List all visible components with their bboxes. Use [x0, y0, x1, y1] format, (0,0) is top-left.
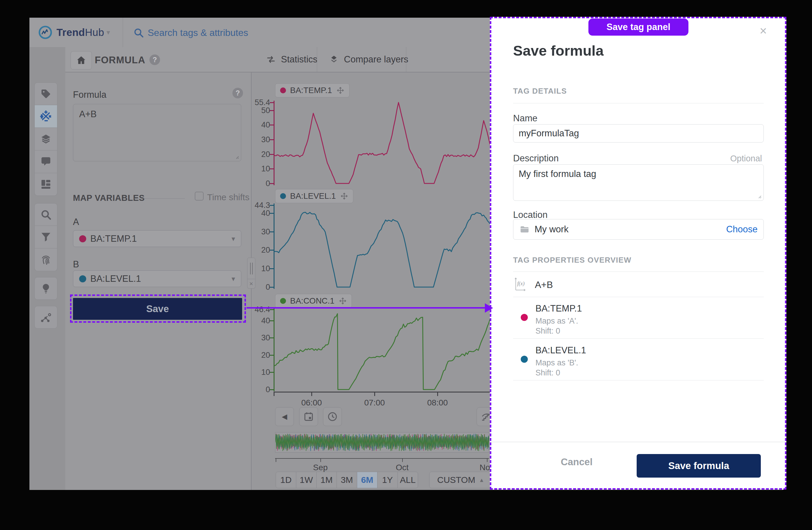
y-tick-label: 40 [248, 121, 270, 129]
range-button-1M[interactable]: 1M [317, 472, 337, 488]
tab-compare-layers-label: Compare layers [344, 54, 408, 65]
tab-compare-layers[interactable]: Compare layers [329, 47, 408, 72]
sidebar-item-recommendations[interactable] [34, 277, 57, 300]
range-button-1W[interactable]: 1W [296, 472, 317, 488]
formula-icon [40, 110, 52, 123]
move-icon[interactable] [336, 86, 345, 95]
trendhub-logo-icon [38, 25, 52, 40]
range-button-6M[interactable]: 6M [357, 472, 377, 488]
sidebar-item-fingerprint[interactable] [34, 249, 57, 271]
tag-name: BA:LEVEL.1 [535, 345, 586, 356]
legend-chip-BA:LEVEL.1[interactable]: BA:LEVEL.1 [275, 189, 353, 203]
pan-left-button[interactable]: ◀ [275, 407, 294, 426]
range-button-ALL[interactable]: ALL [398, 472, 418, 488]
tab-divider [406, 47, 406, 72]
legend-chip-BA:TEMP.1[interactable]: BA:TEMP.1 [275, 83, 349, 97]
resize-handle-icon[interactable] [757, 194, 762, 199]
y-tick-mark [270, 102, 274, 103]
trend-line-BA:CONC.1 [275, 309, 490, 390]
range-button-1D[interactable]: 1D [276, 472, 296, 488]
calendar-button[interactable] [299, 407, 318, 426]
location-label: Location [513, 210, 548, 220]
variable-b-select[interactable]: BA:LEVEL.1 ▾ [73, 270, 241, 287]
node-graph-icon [40, 311, 52, 323]
y-tick-label: 50 [248, 106, 270, 115]
move-icon[interactable] [340, 192, 348, 200]
y-tick-mark [270, 110, 274, 111]
formula-input[interactable]: A+B [73, 104, 241, 161]
sidebar-item-dashboard[interactable] [34, 173, 57, 196]
location-field[interactable]: My work Choose [513, 219, 764, 240]
time-range-group: 1D1W1M3M6M1YALL [276, 472, 418, 488]
name-value: myFormulaTag [519, 128, 579, 139]
month-tick [487, 458, 488, 462]
sidebar-item-search[interactable] [34, 203, 57, 226]
description-value: My first formula tag [519, 169, 596, 179]
range-button-1Y[interactable]: 1Y [377, 472, 398, 488]
sidebar-item-comments[interactable] [34, 151, 57, 173]
formula-field-label: Formula [73, 89, 106, 100]
choose-link[interactable]: Choose [726, 224, 757, 235]
x-tick-mark [274, 392, 275, 396]
trend-line-BA:LEVEL.1 [275, 205, 490, 287]
panel-title: Save formula [513, 42, 604, 59]
y-tick-mark [270, 287, 274, 288]
y-tick-mark [270, 389, 274, 390]
custom-range-button[interactable]: CUSTOM ▴ [430, 472, 491, 488]
move-icon[interactable] [339, 297, 347, 305]
formula-overview-row: f(x) A+B [513, 274, 553, 296]
y-tick-mark [270, 168, 274, 169]
sidebar-item-context[interactable] [34, 306, 57, 329]
variable-a-label: A [73, 217, 79, 227]
close-icon[interactable]: × [760, 25, 767, 37]
range-button-3M[interactable]: 3M [337, 472, 357, 488]
time-button[interactable] [323, 407, 342, 426]
section-properties: TAG PROPERTIES OVERVIEW [513, 255, 632, 265]
panel-annotation-badge: Save tag panel [589, 18, 688, 36]
home-button[interactable] [71, 51, 92, 69]
legend-label: BA:LEVEL.1 [290, 191, 336, 201]
chevron-down-icon: ▾ [232, 275, 235, 283]
sidebar-item-filter[interactable] [34, 226, 57, 249]
variable-a-value: BA:TEMP.1 [90, 234, 137, 244]
cancel-button[interactable]: Cancel [544, 456, 609, 468]
overview-strip[interactable] [275, 432, 489, 452]
sidebar-item-layers[interactable] [34, 128, 57, 151]
help-icon[interactable]: ? [149, 55, 160, 65]
tab-statistics[interactable]: Statistics [266, 47, 317, 72]
y-tick-label: 40 [248, 316, 270, 325]
resize-handle-icon[interactable] [234, 155, 239, 159]
svg-text:f(x): f(x) [517, 281, 525, 287]
app-switcher-caret-icon[interactable]: ▾ [106, 28, 110, 37]
formula-help-icon[interactable]: ? [232, 88, 243, 98]
footer-divider [491, 442, 785, 442]
y-tick-label: 10 [248, 164, 270, 173]
time-shifts-label: Time shifts [207, 192, 249, 202]
comment-icon [40, 156, 52, 168]
month-tick [276, 458, 276, 462]
tag-color-dot [79, 235, 86, 242]
variable-a-select[interactable]: BA:TEMP.1 ▾ [73, 230, 241, 247]
save-formula-panel: Save tag panel × Save formula TAG DETAIL… [490, 17, 786, 490]
tag-maps-as: Maps as 'A'. [535, 317, 578, 326]
home-icon [76, 55, 87, 66]
legend-chip-BA:CONC.1[interactable]: BA:CONC.1 [275, 294, 352, 308]
x-tick-mark [374, 392, 375, 396]
name-label: Name [513, 113, 537, 124]
month-label-Sep: Sep [304, 463, 336, 472]
divider [513, 271, 764, 272]
month-axis [275, 458, 489, 459]
description-field[interactable]: My first formula tag [513, 164, 764, 201]
month-tick [402, 458, 403, 462]
sidebar-item-tags[interactable] [34, 82, 57, 105]
tag-maps-as: Maps as 'B'. [535, 358, 578, 367]
search-input[interactable]: Search tags & attributes [148, 27, 248, 38]
save-formula-button[interactable]: Save formula [637, 454, 761, 478]
y-tick-label: 20 [248, 246, 270, 255]
time-shifts-checkbox[interactable] [195, 192, 204, 200]
description-label: Description [513, 153, 559, 164]
tag-property-row: BA:TEMP.1Maps as 'A'.Shift: 0 [513, 297, 764, 339]
arrow-left-icon: ◀ [282, 413, 287, 421]
sidebar-item-formula[interactable] [34, 105, 57, 128]
name-field[interactable]: myFormulaTag [513, 124, 764, 142]
